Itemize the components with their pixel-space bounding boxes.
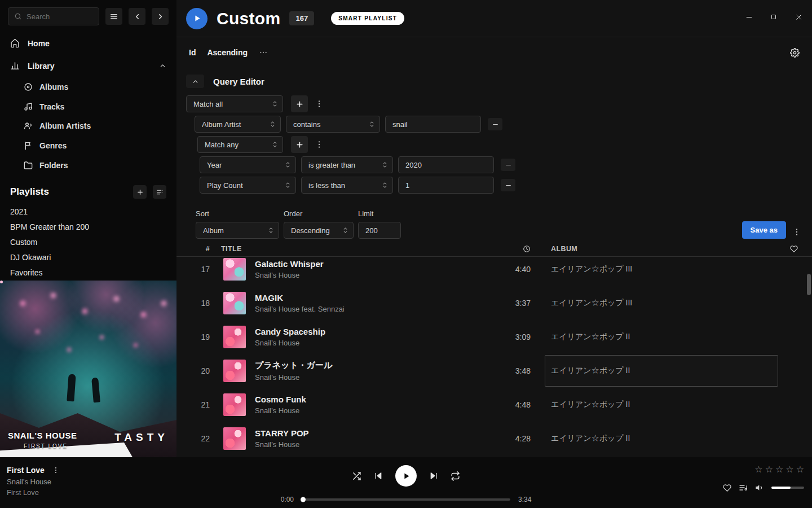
rule-operator-select[interactable]: is less than — [301, 177, 393, 194]
more-options-button[interactable] — [259, 48, 268, 57]
album-cell: エイリアン☆ポップ II — [545, 389, 778, 421]
star-icon[interactable]: ☆ — [796, 464, 804, 475]
star-icon[interactable]: ☆ — [785, 464, 793, 475]
table-row[interactable]: 22 STARRY POP Snail’s House 4:28 — [176, 422, 812, 456]
back-button[interactable] — [129, 8, 145, 25]
sort-select[interactable]: Album — [196, 222, 279, 239]
seek-slider[interactable] — [302, 498, 510, 501]
clock-icon — [523, 245, 531, 253]
play-playlist-button[interactable] — [186, 8, 208, 29]
now-playing-title: First Love — [7, 466, 45, 475]
rule-value-input[interactable] — [398, 177, 494, 194]
table-row[interactable]: 19 Candy Spaceship Snail’s House 3:09 — [176, 320, 812, 354]
track-title: Candy Spaceship — [255, 327, 496, 336]
column-header-duration[interactable] — [496, 245, 545, 253]
rule-menu-button[interactable] — [313, 99, 325, 108]
playlist-item[interactable]: DJ Okawari — [0, 250, 176, 265]
rule-value-input[interactable] — [398, 156, 494, 173]
page-title: Custom — [217, 9, 280, 28]
query-menu-button[interactable] — [791, 227, 803, 237]
add-playlist-button[interactable] — [133, 185, 147, 199]
sidebar-item-home[interactable]: Home — [0, 32, 176, 55]
table-row[interactable]: 17 Galactic Whisper Snail’s House 4:40 — [176, 257, 812, 286]
playlist-item[interactable]: 2021 — [0, 204, 176, 220]
play-pause-button[interactable] — [395, 465, 417, 487]
save-as-button[interactable]: Save as — [742, 221, 786, 239]
sidebar-item-albums[interactable]: Albums — [0, 77, 176, 97]
rule-operator-select[interactable]: is greater than — [301, 156, 393, 173]
sidebar-item-folders[interactable]: Folders — [0, 155, 176, 175]
list-toolbar: Id Ascending — [176, 37, 812, 62]
volume-slider[interactable] — [771, 487, 804, 489]
rule-operator-select[interactable]: contains — [286, 116, 380, 133]
shuffle-button[interactable] — [352, 471, 361, 481]
star-icon[interactable]: ☆ — [765, 464, 773, 475]
maximize-button[interactable] — [765, 8, 783, 26]
queue-button[interactable] — [739, 483, 748, 492]
limit-input[interactable] — [358, 222, 401, 239]
add-rule-button[interactable] — [291, 136, 308, 153]
queue-icon — [739, 483, 748, 492]
table-row[interactable]: 20 プラネット・ガール Snail’s House 3:48 — [176, 354, 812, 388]
album-column: エイリアン☆ポップ II — [545, 320, 787, 354]
group-match-select[interactable]: Match any — [197, 136, 283, 153]
query-editor: Query Editor Match all — [176, 75, 812, 239]
track-menu-button[interactable] — [50, 466, 61, 474]
track-artist: Snail’s House — [255, 373, 496, 382]
star-icon[interactable]: ☆ — [754, 464, 762, 475]
select-arrows-icon — [285, 161, 291, 169]
track-album: エイリアン☆ポップ III — [551, 298, 632, 308]
match-select[interactable]: Match all — [186, 95, 283, 112]
rule-value-input[interactable] — [385, 116, 481, 133]
order-select[interactable]: Descending — [284, 222, 354, 239]
rule-field-select[interactable]: Play Count — [200, 177, 296, 194]
previous-button[interactable] — [374, 471, 383, 480]
sidebar-item-library[interactable]: Library — [0, 55, 176, 77]
column-header-favorite[interactable] — [787, 245, 812, 253]
add-rule-button[interactable] — [291, 95, 308, 112]
rule-field-select[interactable]: Album Artist — [195, 116, 281, 133]
title-cell: STARRY POP Snail’s House — [245, 428, 496, 449]
playlist-item[interactable]: Favorites — [0, 265, 176, 281]
rule-menu-button[interactable] — [313, 140, 325, 149]
favorite-button[interactable] — [723, 484, 731, 492]
track-index: 18 — [176, 299, 214, 308]
column-header-album[interactable]: ALBUM — [545, 245, 787, 253]
star-icon[interactable]: ☆ — [775, 464, 783, 475]
playlist-list-button[interactable] — [153, 185, 166, 199]
track-album: エイリアン☆ポップ II — [551, 433, 630, 444]
rule-field-select[interactable]: Year — [200, 156, 296, 173]
search-input[interactable] — [27, 12, 93, 21]
repeat-button[interactable] — [451, 471, 460, 481]
next-button[interactable] — [429, 471, 438, 480]
track-index: 21 — [176, 400, 214, 409]
seek-handle[interactable] — [301, 497, 306, 502]
sidebar-item-album-artists[interactable]: Album Artists — [0, 116, 176, 136]
remove-rule-button[interactable] — [488, 118, 502, 130]
remove-rule-button[interactable] — [501, 159, 515, 171]
sidebar-item-genres[interactable]: Genres — [0, 136, 176, 156]
menu-button[interactable] — [105, 8, 122, 25]
sort-field-button[interactable]: Id — [189, 48, 196, 57]
sort-direction-button[interactable]: Ascending — [207, 48, 248, 57]
remove-rule-button[interactable] — [501, 179, 515, 191]
volume-button[interactable] — [755, 483, 764, 492]
forward-button[interactable] — [152, 8, 169, 25]
scrollbar-thumb[interactable] — [807, 274, 811, 295]
collapse-query-editor-button[interactable] — [186, 75, 204, 88]
playlist-item[interactable]: Custom — [0, 235, 176, 250]
track-duration: 3:37 — [496, 299, 545, 308]
close-button[interactable] — [789, 8, 807, 26]
playlist-item[interactable]: BPM Greater than 200 — [0, 220, 176, 235]
column-header-index[interactable]: # — [176, 245, 214, 253]
query-editor-title: Query Editor — [213, 77, 264, 86]
minimize-button[interactable] — [740, 8, 758, 26]
column-header-title[interactable]: TITLE — [214, 245, 496, 253]
sidebar-item-tracks[interactable]: Tracks — [0, 97, 176, 116]
table-row[interactable]: 18 MAGIK Snail’s House feat. Sennzai 3:3… — [176, 286, 812, 320]
table-row[interactable]: 21 Cosmo Funk Snail’s House 4:48 — [176, 388, 812, 422]
repeat-icon — [451, 471, 460, 481]
settings-button[interactable] — [790, 48, 800, 58]
track-duration: 4:48 — [496, 400, 545, 409]
track-duration: 4:28 — [496, 434, 545, 443]
